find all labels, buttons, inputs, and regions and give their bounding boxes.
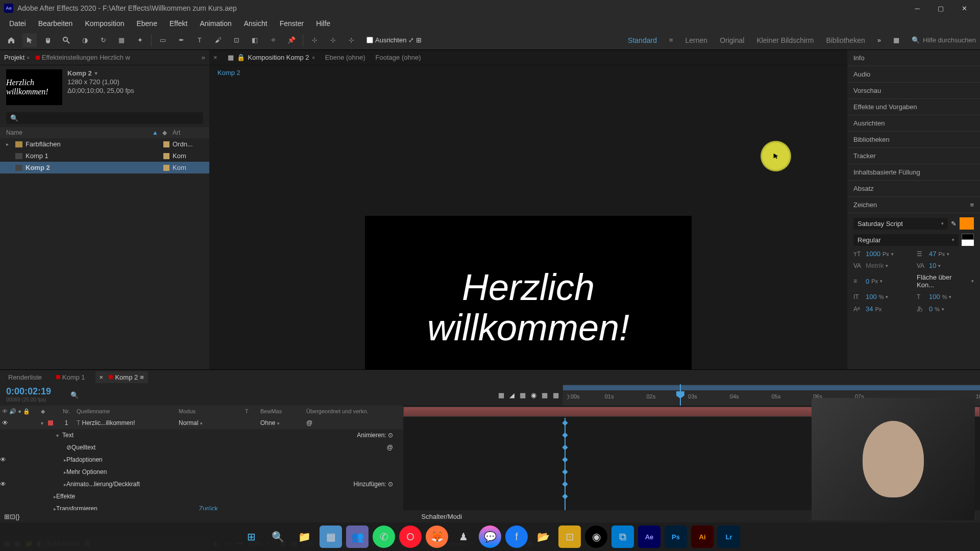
prop-text[interactable]: ▾ Text Animieren: ⊙ [0, 429, 403, 441]
taskbar-explorer[interactable]: 📁 [293, 525, 315, 548]
toggle-modes-icon[interactable]: ⊡ [10, 513, 15, 520]
pickwhip-icon[interactable]: @ [306, 419, 312, 427]
workspace-overflow-icon[interactable]: » [877, 36, 881, 44]
viewer-close-icon[interactable]: × [213, 54, 217, 61]
camera-tool[interactable]: ▦ [114, 33, 129, 47]
hand-tool[interactable] [41, 33, 55, 47]
zoom-tool[interactable] [59, 33, 74, 47]
taskbar-aftereffects[interactable]: Ae [638, 525, 660, 548]
stroke-color-swatch[interactable] [962, 234, 974, 240]
vscale-field[interactable]: 100 [866, 293, 877, 300]
col-name[interactable]: Name [6, 129, 152, 136]
panel-info[interactable]: Info [847, 50, 980, 66]
maximize-button[interactable]: ▢ [929, 0, 952, 16]
tab-timeline-komp2[interactable]: × Komp 2 ≡ [95, 371, 148, 383]
menu-ansicht[interactable]: Ansicht [239, 17, 273, 30]
menu-ebene[interactable]: Ebene [131, 17, 162, 30]
expression-icon[interactable]: @ [387, 444, 393, 451]
prop-sourcetext[interactable]: ⊘ Quelltext @ [0, 441, 403, 454]
font-family-dropdown[interactable]: Saturday Script▾ [853, 218, 948, 230]
taskbar-files[interactable]: 📂 [532, 525, 554, 548]
prop-pathoptions[interactable]: 👁 ▸ Pfadoptionen [0, 454, 403, 466]
tab-projekt[interactable]: Projekt ≡ [4, 54, 30, 61]
tab-footage[interactable]: Footage (ohne) [376, 54, 421, 61]
workspace-lernen[interactable]: Lernen [685, 36, 708, 44]
sort-icon[interactable]: ▲ [152, 129, 158, 136]
text-tool[interactable]: T [192, 33, 207, 47]
workspace-standard[interactable]: Standard [628, 36, 657, 44]
stroke-option-dropdown[interactable]: Fläche über Kon... [917, 273, 969, 289]
rotate-tool[interactable]: ↻ [96, 33, 110, 47]
help-search[interactable]: 🔍 Hilfe durchsuchen [912, 36, 976, 44]
hscale-field[interactable]: 100 [929, 293, 940, 300]
tab-renderliste[interactable]: Renderliste [4, 371, 46, 383]
taskbar-messenger[interactable]: 💬 [479, 525, 501, 548]
close-button[interactable]: ✕ [952, 0, 976, 16]
taskbar-illustrator[interactable]: Ai [691, 525, 714, 548]
lock-icon[interactable]: 🔒 [237, 54, 245, 61]
timeline-search[interactable]: 🔍 [66, 384, 138, 406]
eyedropper-icon[interactable]: ✎ [951, 220, 957, 228]
world-axis-icon[interactable]: ⊹ [326, 33, 340, 47]
font-style-dropdown[interactable]: Regular▾ [853, 234, 959, 246]
panel-bibliotheken[interactable]: Bibliotheken [847, 132, 980, 148]
tl-brain-icon[interactable]: ▦ [553, 391, 559, 399]
prop-effects[interactable]: ▸ Effekte [0, 490, 403, 503]
timeline-layer-1[interactable]: 👁 ▾ 1 T Herzlic...illkommen! Normal ▾ Oh… [0, 417, 403, 429]
anchor-tool[interactable]: ✦ [133, 33, 147, 47]
roto-tool[interactable]: ✧ [266, 33, 280, 47]
col-label-icon[interactable]: ◆ [162, 129, 173, 136]
leading-field[interactable]: 47 [929, 250, 936, 258]
prop-moreoptions[interactable]: ▸ Mehr Optionen [0, 466, 403, 478]
view-axis-icon[interactable]: ⊹ [344, 33, 358, 47]
col-parent[interactable]: Übergeordnet und verkn. [306, 408, 403, 414]
prop-animator[interactable]: 👁 ▸ Animato...lierung/Deckkraft Hinzufüg… [0, 478, 403, 490]
taskbar-facebook[interactable]: f [505, 525, 528, 548]
taskbar-lightroom[interactable]: Lr [718, 525, 740, 548]
tab-composition[interactable]: ▦ 🔒 Komposition Komp 2 ≡ [228, 54, 315, 61]
taskbar-vscode[interactable]: ⧉ [611, 525, 634, 548]
breadcrumb[interactable]: Komp 2 [217, 69, 240, 77]
taskbar-app1[interactable]: ▦ [320, 525, 342, 548]
menu-fenster[interactable]: Fenster [275, 17, 309, 30]
toggle-switches-icon[interactable]: ⊞ [4, 513, 10, 520]
snap-extra-icon[interactable]: ⤢ [408, 36, 414, 44]
font-size-field[interactable]: 1000 [866, 250, 880, 258]
taskbar-obs[interactable]: ◉ [585, 525, 607, 548]
panel-effekte[interactable]: Effekte und Vorgaben [847, 99, 980, 115]
puppet-tool[interactable]: 📌 [284, 33, 299, 47]
tl-comp-icon[interactable]: ▦ [498, 391, 504, 399]
taskbar-opera[interactable]: O [399, 525, 422, 548]
menu-bearbeiten[interactable]: Bearbeiten [33, 17, 78, 30]
menu-hilfe[interactable]: Hilfe [311, 17, 335, 30]
snap-checkbox[interactable] [366, 37, 373, 43]
menu-datei[interactable]: Datei [4, 17, 31, 30]
menu-effekt[interactable]: Effekt [164, 17, 193, 30]
swap-colors-icon[interactable] [962, 240, 974, 246]
project-item-komp2[interactable]: Komp 2 Kom [0, 162, 209, 173]
animate-icon[interactable]: ⊙ [388, 432, 393, 439]
taskbar-whatsapp[interactable]: ✆ [373, 525, 395, 548]
home-tool[interactable] [4, 33, 18, 47]
mode-dropdown[interactable]: Normal [179, 419, 199, 427]
panel-tracker[interactable]: Tracker [847, 148, 980, 164]
orbit-tool[interactable]: ◑ [78, 33, 92, 47]
track-dropdown[interactable]: Ohne [260, 419, 275, 427]
panel-overflow-icon[interactable]: » [202, 54, 205, 61]
tab-timeline-komp1[interactable]: Komp 1 [52, 371, 89, 383]
panel-content-fill[interactable]: Inhaltsbasierte Füllung [847, 164, 980, 181]
pen-tool[interactable]: ✒ [174, 33, 188, 47]
comp-name-label[interactable]: Komp 2 ▼ [67, 69, 134, 77]
reset-link[interactable]: Zurück [199, 505, 403, 510]
eye-icon[interactable]: 👁 [2, 419, 8, 427]
tl-moblur-icon[interactable]: ◉ [531, 391, 536, 399]
project-item-komp1[interactable]: Komp 1 Kom [0, 150, 209, 162]
taskbar-app2[interactable]: ♟ [452, 525, 475, 548]
taskbar-search[interactable]: 🔍 [266, 525, 289, 548]
add-icon[interactable]: ⊙ [388, 481, 393, 488]
tracking-field[interactable]: 10 [929, 262, 936, 269]
tab-layer[interactable]: Ebene (ohne) [325, 54, 365, 61]
brush-tool[interactable]: 🖌 [211, 33, 225, 47]
workspace-kleiner[interactable]: Kleiner Bildschirm [756, 36, 814, 44]
panel-menu-icon[interactable]: ≡ [970, 201, 974, 209]
